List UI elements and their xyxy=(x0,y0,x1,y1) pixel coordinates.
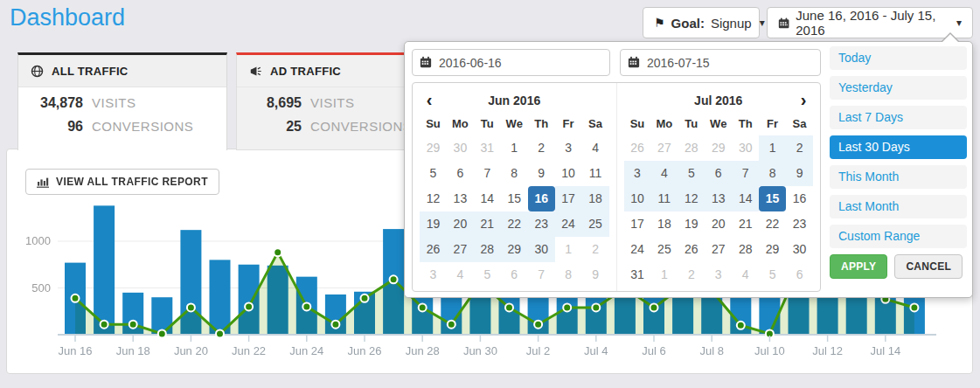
calendar-day[interactable]: 18 xyxy=(650,211,678,237)
calendar-day[interactable]: 27 xyxy=(705,237,732,262)
calendar-day[interactable]: 12 xyxy=(678,186,705,211)
calendar-day[interactable]: 1 xyxy=(650,262,678,288)
calendar-day[interactable]: 1 xyxy=(759,135,786,161)
calendar-day[interactable]: 8 xyxy=(759,161,786,186)
calendar-day[interactable]: 23 xyxy=(528,211,555,237)
calendar-day[interactable]: 14 xyxy=(474,186,501,211)
view-all-traffic-report-button[interactable]: VIEW ALL TRAFFIC REPORT xyxy=(25,169,219,195)
calendar-day[interactable]: 5 xyxy=(474,262,501,288)
calendar-day[interactable]: 20 xyxy=(447,211,474,237)
range-option-last-7-days[interactable]: Last 7 Days xyxy=(830,106,967,129)
calendar-day[interactable]: 4 xyxy=(650,161,678,186)
calendar-day[interactable]: 13 xyxy=(705,186,732,211)
calendar-day[interactable]: 7 xyxy=(528,262,555,288)
calendar-day[interactable]: 2 xyxy=(582,237,609,262)
calendar-day[interactable]: 10 xyxy=(555,161,582,186)
calendar-day[interactable]: 21 xyxy=(732,211,759,237)
calendar-day[interactable]: 15 xyxy=(501,186,528,211)
calendar-day[interactable]: 29 xyxy=(759,237,786,262)
calendar-day[interactable]: 2 xyxy=(678,262,705,288)
calendar-day[interactable]: 16 xyxy=(528,186,555,211)
calendar-day[interactable]: 5 xyxy=(678,161,705,186)
calendar-day[interactable]: 15 xyxy=(759,186,786,211)
calendar-day[interactable]: 21 xyxy=(474,211,501,237)
calendar-day[interactable]: 1 xyxy=(501,135,528,161)
calendar-day[interactable]: 6 xyxy=(501,262,528,288)
calendar-day[interactable]: 18 xyxy=(582,186,609,211)
calendar-day[interactable]: 14 xyxy=(732,186,759,211)
calendar-day[interactable]: 29 xyxy=(705,135,732,161)
calendar-day[interactable]: 11 xyxy=(582,161,609,186)
calendar-day[interactable]: 5 xyxy=(420,161,447,186)
calendar-day[interactable]: 16 xyxy=(786,186,813,211)
calendar-day[interactable]: 4 xyxy=(447,262,474,288)
calendar-day[interactable]: 25 xyxy=(582,211,609,237)
calendar-day[interactable]: 30 xyxy=(732,135,759,161)
calendar-day[interactable]: 25 xyxy=(650,237,678,262)
all-traffic-card[interactable]: ALL TRAFFIC 34,878 VISITS 96 CONVERSIONS xyxy=(17,52,227,150)
calendar-day[interactable]: 24 xyxy=(555,211,582,237)
calendar-day[interactable]: 3 xyxy=(624,161,651,186)
calendar-day[interactable]: 11 xyxy=(650,186,678,211)
range-option-last-30-days[interactable]: Last 30 Days xyxy=(830,135,967,159)
calendar-day[interactable]: 26 xyxy=(678,237,705,262)
calendar-day[interactable]: 7 xyxy=(732,161,759,186)
calendar-day[interactable]: 3 xyxy=(420,262,447,288)
calendar-day[interactable]: 6 xyxy=(447,161,474,186)
calendar-day[interactable]: 7 xyxy=(474,161,501,186)
calendar-day[interactable]: 10 xyxy=(624,186,651,211)
calendar-day[interactable]: 9 xyxy=(528,161,555,186)
calendar-day[interactable]: 6 xyxy=(705,161,732,186)
calendar-day[interactable]: 31 xyxy=(474,135,501,161)
calendar-day[interactable]: 22 xyxy=(759,211,786,237)
calendar-day[interactable]: 28 xyxy=(678,135,705,161)
start-date-input[interactable] xyxy=(412,49,610,76)
calendar-day[interactable]: 24 xyxy=(624,237,651,262)
calendar-day[interactable]: 30 xyxy=(528,237,555,262)
prev-month-button[interactable]: ‹ xyxy=(420,87,439,112)
calendar-day[interactable]: 8 xyxy=(501,161,528,186)
calendar-day[interactable]: 26 xyxy=(420,237,447,262)
calendar-day[interactable]: 17 xyxy=(624,211,651,237)
calendar-day[interactable]: 28 xyxy=(474,237,501,262)
calendar-day[interactable]: 23 xyxy=(786,211,813,237)
calendar-day[interactable]: 29 xyxy=(501,237,528,262)
calendar-day[interactable]: 9 xyxy=(786,161,813,186)
calendar-day[interactable]: 29 xyxy=(420,135,447,161)
range-option-this-month[interactable]: This Month xyxy=(830,165,967,189)
calendar-day[interactable]: 1 xyxy=(555,237,582,262)
next-month-button[interactable]: › xyxy=(794,87,813,112)
range-option-yesterday[interactable]: Yesterday xyxy=(830,76,967,100)
calendar-day[interactable]: 20 xyxy=(705,211,732,237)
calendar-day[interactable]: 27 xyxy=(447,237,474,262)
calendar-day[interactable]: 26 xyxy=(624,135,651,161)
cancel-button[interactable]: CANCEL xyxy=(894,254,963,279)
calendar-day[interactable]: 4 xyxy=(582,135,609,161)
apply-button[interactable]: APPLY xyxy=(830,254,887,279)
calendar-day[interactable]: 28 xyxy=(732,237,759,262)
calendar-day[interactable]: 3 xyxy=(705,262,732,288)
range-option-today[interactable]: Today xyxy=(830,46,967,70)
calendar-day[interactable]: 31 xyxy=(624,262,651,288)
calendar-day[interactable]: 2 xyxy=(786,135,813,161)
goal-selector-button[interactable]: ⚑ Goal: Signup ▾ xyxy=(643,7,760,38)
calendar-day[interactable]: 19 xyxy=(420,211,447,237)
calendar-day[interactable]: 3 xyxy=(555,135,582,161)
calendar-day[interactable]: 30 xyxy=(786,237,813,262)
calendar-day[interactable]: 2 xyxy=(528,135,555,161)
calendar-day[interactable]: 19 xyxy=(678,211,705,237)
range-option-custom-range[interactable]: Custom Range xyxy=(830,225,967,248)
calendar-day[interactable]: 13 xyxy=(447,186,474,211)
calendar-day[interactable]: 27 xyxy=(650,135,678,161)
calendar-day[interactable]: 4 xyxy=(732,262,759,288)
calendar-day[interactable]: 5 xyxy=(759,262,786,288)
calendar-day[interactable]: 30 xyxy=(447,135,474,161)
calendar-day[interactable]: 22 xyxy=(501,211,528,237)
calendar-day[interactable]: 9 xyxy=(582,262,609,288)
calendar-day[interactable]: 8 xyxy=(555,262,582,288)
calendar-day[interactable]: 6 xyxy=(786,262,813,288)
calendar-day[interactable]: 12 xyxy=(420,186,447,211)
range-option-last-month[interactable]: Last Month xyxy=(830,195,967,218)
calendar-day[interactable]: 17 xyxy=(555,186,582,211)
end-date-input[interactable] xyxy=(620,49,821,76)
